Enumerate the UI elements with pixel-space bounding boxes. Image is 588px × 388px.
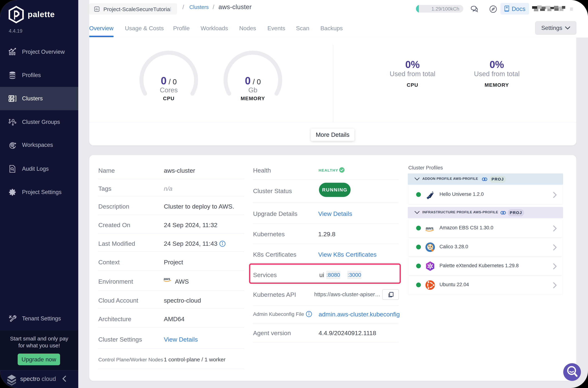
svg-text:aws: aws	[426, 226, 433, 230]
svg-text:aws: aws	[164, 277, 170, 281]
